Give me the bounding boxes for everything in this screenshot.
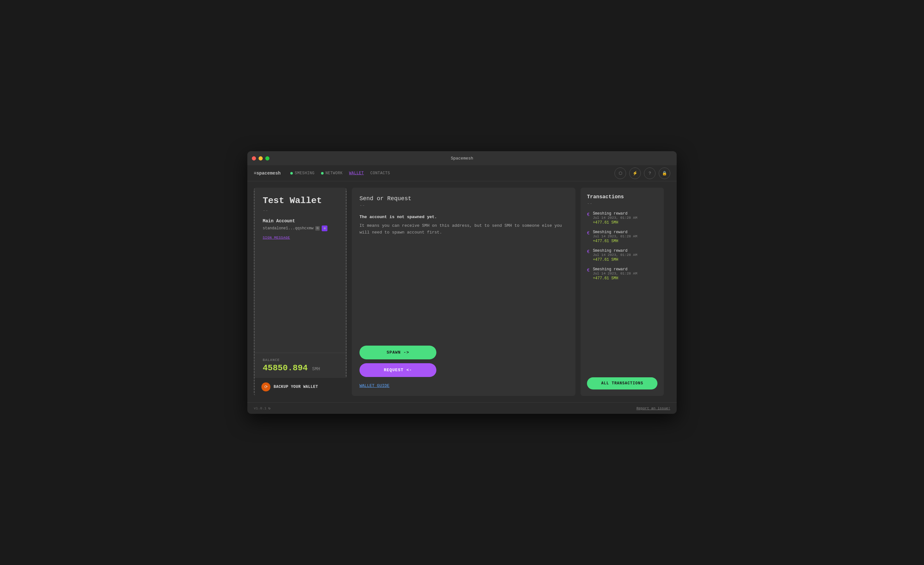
tx-reward-icon: € xyxy=(587,249,590,254)
tx-amount: +477.61 SMH xyxy=(593,239,637,243)
tx-name: Smeshing reward xyxy=(593,211,637,216)
wallet-balance: BALANCE 45850.894 SMH xyxy=(254,353,346,378)
transaction-item: € Smeshing reward Jul 14 2023, 01:28 AM … xyxy=(587,267,657,280)
transaction-item: € Smeshing reward Jul 14 2023, 01:28 AM … xyxy=(587,211,657,225)
main-content: Test Wallet -- Main Account standalone1.… xyxy=(248,181,676,402)
minimize-button[interactable] xyxy=(258,156,263,160)
tx-date: Jul 14 2023, 01:28 AM xyxy=(593,216,637,220)
spawn-description: It means you can receive SMH on this add… xyxy=(360,223,568,236)
balance-unit: SMH xyxy=(312,366,320,372)
nav-items: SMESHING NETWORK WALLET CONTACTS xyxy=(290,171,390,175)
balance-label: BALANCE xyxy=(263,358,339,362)
lock-icon: 🔒 xyxy=(662,171,667,175)
tx-reward-icon: € xyxy=(587,212,590,217)
tx-date: Jul 14 2023, 01:28 AM xyxy=(593,271,637,276)
version-text: v1.0.1 ↻ xyxy=(254,406,270,410)
window-title: Spacemesh xyxy=(451,156,473,161)
wallet-guide-link[interactable]: WALLET GUIDE xyxy=(360,384,568,388)
tx-date: Jul 14 2023, 01:28 AM xyxy=(593,234,637,238)
transactions-dash: -- xyxy=(587,201,657,206)
send-panel-title: Send or Request xyxy=(360,195,568,202)
spawn-button[interactable]: SPAWN -> xyxy=(360,346,436,360)
hexagon-icon: ⬡ xyxy=(619,171,622,175)
help-icon-button[interactable]: ? xyxy=(644,168,656,179)
nav-wallet[interactable]: WALLET xyxy=(349,171,364,175)
lightning-icon-button[interactable]: ⚡ xyxy=(629,168,641,179)
account-address: standalone1...qqshcxmw ⧉ ▦ xyxy=(263,225,339,231)
footer: v1.0.1 ↻ Report an issue! xyxy=(248,402,676,414)
transactions-list: € Smeshing reward Jul 14 2023, 01:28 AM … xyxy=(587,211,657,371)
lightning-icon: ⚡ xyxy=(633,171,638,175)
send-panel: Send or Request -- The account is not sp… xyxy=(352,188,575,396)
window-controls xyxy=(252,156,270,160)
nav-contacts[interactable]: CONTACTS xyxy=(370,171,390,175)
tx-name: Smeshing reward xyxy=(593,249,637,253)
wallet-panel: Test Wallet -- Main Account standalone1.… xyxy=(254,188,346,396)
account-label: Main Account xyxy=(263,219,339,223)
tx-amount: +477.61 SMH xyxy=(593,220,637,225)
transactions-panel: Transactions -- € Smeshing reward Jul 14… xyxy=(580,188,664,396)
qr-icon[interactable]: ▦ xyxy=(322,225,327,231)
tx-name: Smeshing reward xyxy=(593,230,637,234)
balance-row: 45850.894 SMH xyxy=(263,363,339,373)
send-panel-dash: -- xyxy=(360,203,568,208)
transaction-item: € Smeshing reward Jul 14 2023, 01:28 AM … xyxy=(587,249,657,262)
close-button[interactable] xyxy=(252,156,256,160)
logo: ≡spacemesh xyxy=(254,171,280,176)
wallet-dash: -- xyxy=(263,208,339,213)
decorative-pattern xyxy=(635,184,661,191)
lock-icon-button[interactable]: 🔒 xyxy=(659,168,670,179)
tx-name: Smeshing reward xyxy=(593,267,637,271)
logo-text: ≡spacemesh xyxy=(254,171,280,176)
tx-details: Smeshing reward Jul 14 2023, 01:28 AM +4… xyxy=(593,249,637,262)
tx-details: Smeshing reward Jul 14 2023, 01:28 AM +4… xyxy=(593,267,637,280)
transaction-item: € Smeshing reward Jul 14 2023, 01:28 AM … xyxy=(587,230,657,243)
smeshing-dot xyxy=(290,172,293,175)
app-window: Spacemesh ≡spacemesh SMESHING NETWORK WA… xyxy=(248,151,676,414)
checkerboard-pattern xyxy=(670,181,676,402)
refresh-icon[interactable]: ↻ xyxy=(268,406,271,410)
tx-reward-icon: € xyxy=(587,268,590,273)
backup-wallet-button[interactable]: ⟳ BACKUP YOUR WALLET xyxy=(254,378,346,396)
tx-details: Smeshing reward Jul 14 2023, 01:28 AM +4… xyxy=(593,230,637,243)
nav-network[interactable]: NETWORK xyxy=(321,171,343,175)
help-icon: ? xyxy=(648,171,651,175)
titlebar: Spacemesh xyxy=(248,151,676,165)
sign-message-link[interactable]: SIGN MESSAGE xyxy=(263,236,290,240)
tx-date: Jul 14 2023, 01:28 AM xyxy=(593,253,637,257)
request-button[interactable]: REQUEST <- xyxy=(360,363,436,377)
not-spawned-text: The account is not spawned yet. xyxy=(360,214,568,219)
tx-details: Smeshing reward Jul 14 2023, 01:28 AM +4… xyxy=(593,211,637,225)
tx-reward-icon: € xyxy=(587,231,590,236)
hexagon-icon-button[interactable]: ⬡ xyxy=(615,168,626,179)
balance-amount: 45850.894 xyxy=(263,363,308,373)
wallet-name: Test Wallet xyxy=(263,195,339,206)
tx-amount: +477.61 SMH xyxy=(593,258,637,262)
transactions-title: Transactions xyxy=(587,194,657,200)
wallet-content: Test Wallet -- Main Account standalone1.… xyxy=(254,188,346,353)
backup-label: BACKUP YOUR WALLET xyxy=(274,385,318,389)
send-buttons: SPAWN -> REQUEST <- xyxy=(360,346,568,377)
nav-smeshing[interactable]: SMESHING xyxy=(290,171,315,175)
report-issue-link[interactable]: Report an issue! xyxy=(636,406,670,410)
network-dot xyxy=(321,172,324,175)
nav-right-icons: ⬡ ⚡ ? 🔒 xyxy=(615,168,670,179)
copy-address-icon[interactable]: ⧉ xyxy=(315,226,320,231)
topnav: ≡spacemesh SMESHING NETWORK WALLET CONTA… xyxy=(248,165,676,181)
maximize-button[interactable] xyxy=(265,156,270,160)
all-transactions-button[interactable]: ALL TRANSACTIONS xyxy=(587,377,657,390)
backup-icon: ⟳ xyxy=(261,382,270,391)
tx-amount: +477.61 SMH xyxy=(593,276,637,280)
